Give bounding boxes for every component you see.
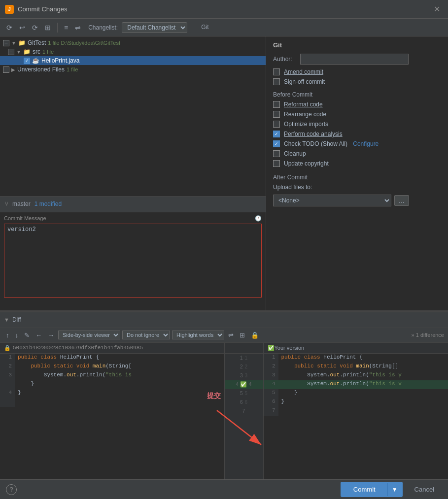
main-layout: ▼ 📁 GitTest 1 file D:\Study\idea\Git\Git… xyxy=(0,36,448,479)
close-button[interactable]: ✕ xyxy=(431,3,443,15)
diff-sync-btn[interactable]: ⊞ xyxy=(238,331,247,340)
diff-collapse-toggle[interactable]: ▼ xyxy=(4,317,9,323)
checktodo-checkbox[interactable] xyxy=(273,140,280,147)
commit-message-input[interactable]: version2 xyxy=(4,224,262,298)
expand-btn[interactable]: ≡ xyxy=(62,22,70,33)
reformat-checkbox[interactable] xyxy=(273,101,280,108)
table-row-added: 4 System.out.println("this is v xyxy=(264,380,448,389)
tree-item-helloprint[interactable]: ☕ HelloPrint.java xyxy=(0,56,266,65)
title-bar: J Commit Changes ✕ xyxy=(0,0,448,19)
checkbox-helloprint[interactable] xyxy=(24,58,30,64)
after-commit-section: After Commit Upload files to: <None> ... xyxy=(273,174,441,206)
commit-button[interactable]: Commit xyxy=(342,483,387,496)
diff-next-btn[interactable]: ↓ xyxy=(13,331,21,340)
undo-btn[interactable]: ↩ xyxy=(17,22,28,33)
after-commit-title: After Commit xyxy=(273,174,441,181)
cancel-button[interactable]: Cancel xyxy=(407,483,442,496)
diff-lock-btn[interactable]: 🔒 xyxy=(249,331,261,340)
diff-left-filename: 50031b48230028c103679df30fe1b41fab450985 xyxy=(13,345,143,351)
history-icon[interactable]: 🕐 xyxy=(255,215,262,222)
table-row: 4 } xyxy=(0,389,224,398)
cleanup-label: Cleanup xyxy=(284,150,306,157)
diff-fwd-btn[interactable]: → xyxy=(46,331,56,340)
git-tab[interactable]: Git xyxy=(197,23,212,33)
arrow-gittest: ▼ xyxy=(11,40,16,46)
label-gittest: GitTest xyxy=(28,39,46,46)
table-row: 2 public static void main(String[] xyxy=(264,363,448,371)
rearrange-label: Rearrange code xyxy=(284,111,326,118)
diff-edit-btn[interactable]: ✎ xyxy=(22,331,32,340)
help-button[interactable]: ? xyxy=(6,484,17,495)
arrow-annotation xyxy=(212,405,271,455)
table-row: } xyxy=(0,380,224,389)
diff-merge-btn[interactable]: ⇌ xyxy=(226,331,236,340)
tree-item-unversioned[interactable]: ▶ Unversioned Files 1 file xyxy=(0,65,266,74)
left-panel: ▼ 📁 GitTest 1 file D:\Study\idea\Git\Git… xyxy=(0,36,266,310)
move-btn[interactable]: ⟳ xyxy=(4,22,15,33)
gutter-line: 33 xyxy=(225,371,263,380)
table-row xyxy=(0,398,224,407)
arrow-unversioned: ▶ xyxy=(11,67,15,72)
upload-more-button[interactable]: ... xyxy=(394,195,409,206)
app-icon: J xyxy=(5,5,14,14)
table-row: 5 } xyxy=(264,389,448,398)
amend-label: Amend commit xyxy=(284,68,323,75)
highlight-select[interactable]: Highlight words xyxy=(172,331,224,339)
tree-item-src[interactable]: ▼ 📁 src 1 file xyxy=(0,47,266,56)
diff-toolbar: ↑ ↓ ✎ ← → Side-by-side viewer Do not ign… xyxy=(0,328,448,343)
checktodo-label: Check TODO (Show All) xyxy=(284,140,349,147)
meta-gittest: 1 file D:\Study\idea\Git\GitTest xyxy=(48,40,120,46)
refresh-btn[interactable]: ⟳ xyxy=(30,22,40,33)
commit-msg-label: Commit Message 🕐 xyxy=(4,215,262,222)
commit-message-area: Commit Message 🕐 version2 xyxy=(0,212,266,310)
reformat-row: Reformat code xyxy=(273,101,441,108)
diff-right-label: Your version xyxy=(275,345,305,351)
gutter-line: 11 xyxy=(225,354,263,363)
checkbox-unversioned[interactable] xyxy=(3,67,9,73)
signoff-label: Sign-off commit xyxy=(284,78,325,85)
checktodo-row: Check TODO (Show All) Configure xyxy=(273,140,441,147)
commit-dropdown-button[interactable]: ▼ xyxy=(387,483,402,496)
group-btn[interactable]: ⊞ xyxy=(42,22,53,33)
collapse-btn[interactable]: ⇌ xyxy=(72,22,83,33)
label-helloprint: HelloPrint.java xyxy=(41,57,79,64)
checkbox-src[interactable] xyxy=(8,49,14,55)
author-input[interactable] xyxy=(300,54,409,65)
top-section: ▼ 📁 GitTest 1 file D:\Study\idea\Git\Git… xyxy=(0,36,448,311)
ignore-select[interactable]: Do not ignore xyxy=(122,331,170,339)
optimize-label: Optimize imports xyxy=(284,121,328,128)
toolbar: ⟳ ↩ ⟳ ⊞ ≡ ⇌ Changelist: Default Changeli… xyxy=(0,19,448,36)
modified-badge: 1 modified xyxy=(34,200,62,207)
cleanup-checkbox[interactable] xyxy=(273,150,280,157)
table-row: 2 public static void main(String[ xyxy=(0,363,224,371)
rearrange-row: Rearrange code xyxy=(273,111,441,118)
changelist-label: Changelist: xyxy=(88,24,118,31)
diff-right-panel: ✅ Your version 1 public class HelloPrint… xyxy=(264,343,448,479)
diff-title: Diff xyxy=(12,316,21,323)
diff-left-code: 1 public class HelloPrint { 2 public sta… xyxy=(0,354,224,479)
separator xyxy=(57,23,58,33)
svg-line-1 xyxy=(217,410,261,445)
amend-checkbox[interactable] xyxy=(273,68,280,75)
icon-helloprint: ☕ xyxy=(32,57,39,64)
diff-left-panel: 🔒 50031b48230028c103679df30fe1b41fab4509… xyxy=(0,343,224,479)
copyright-label: Update copyright xyxy=(284,160,329,167)
gutter-line-changed: 4 ✅ 4 xyxy=(225,380,263,389)
chinese-annotation: 提交 xyxy=(207,392,221,400)
codeanalysis-checkbox[interactable] xyxy=(273,131,280,137)
diff-prev-btn[interactable]: ↑ xyxy=(4,331,11,340)
tree-item-gittest[interactable]: ▼ 📁 GitTest 1 file D:\Study\idea\Git\Git… xyxy=(0,38,266,47)
branch-icon: ⑂ xyxy=(5,200,8,207)
diff-left-file-header: 🔒 50031b48230028c103679df30fe1b41fab4509… xyxy=(0,343,224,354)
signoff-checkbox[interactable] xyxy=(273,78,280,85)
changelist-select[interactable]: Default Changelist xyxy=(122,22,187,33)
checkbox-gittest[interactable] xyxy=(3,40,9,46)
rearrange-checkbox[interactable] xyxy=(273,111,280,118)
viewer-select[interactable]: Side-by-side viewer xyxy=(58,331,120,339)
copyright-checkbox[interactable] xyxy=(273,160,280,167)
optimize-checkbox[interactable] xyxy=(273,121,280,128)
upload-select[interactable]: <None> xyxy=(273,195,391,206)
left-status: ⑂ master 1 modified xyxy=(0,196,266,212)
configure-link[interactable]: Configure xyxy=(353,140,379,147)
diff-back-btn[interactable]: ← xyxy=(34,331,44,340)
